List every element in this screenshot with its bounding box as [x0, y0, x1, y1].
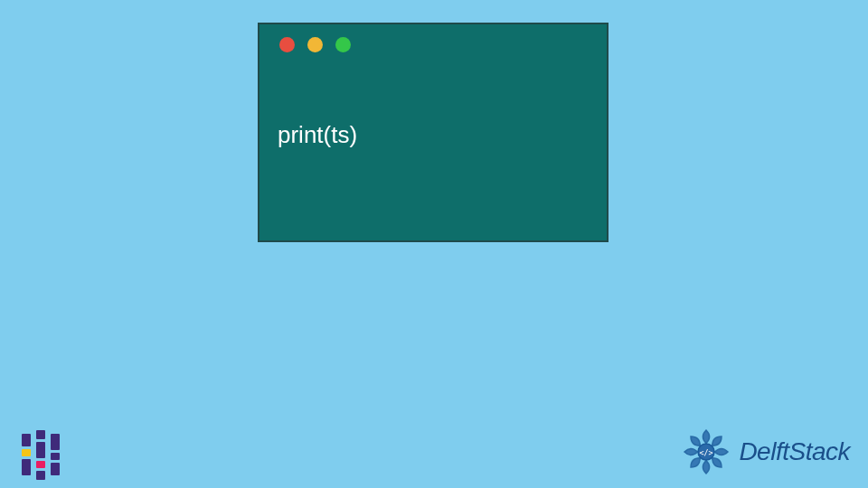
delftstack-logo: </> DelftStack [679, 425, 850, 479]
window-traffic-lights [259, 24, 607, 65]
code-content: print(ts) [259, 65, 607, 149]
close-icon [279, 37, 295, 52]
minimize-icon [307, 37, 323, 52]
code-window: print(ts) [258, 23, 609, 242]
brand-name: DelftStack [739, 437, 850, 466]
mandala-icon: </> [679, 425, 733, 479]
svg-text:</>: </> [700, 448, 713, 457]
maximize-icon [335, 37, 351, 52]
left-logo-icon [16, 430, 65, 479]
